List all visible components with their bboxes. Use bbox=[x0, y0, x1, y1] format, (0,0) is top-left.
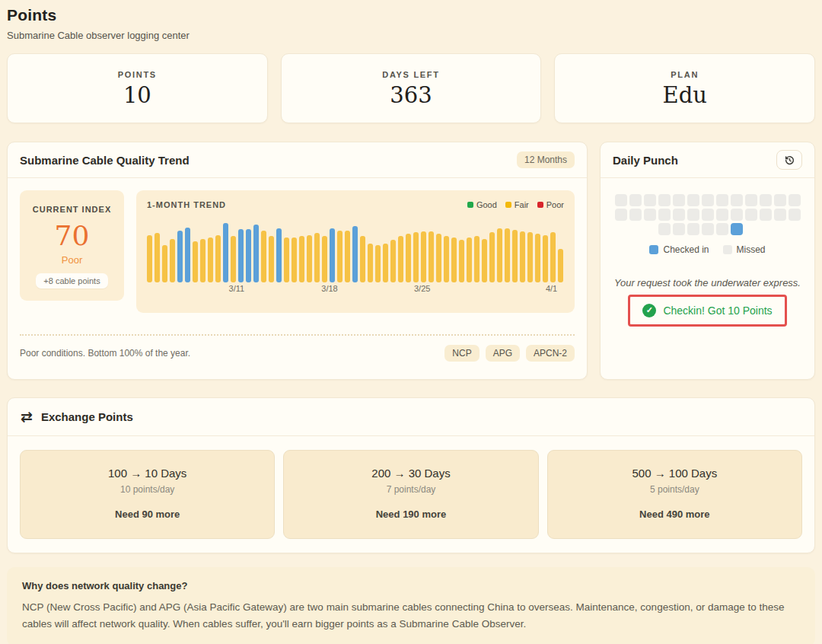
punch-cell-checked bbox=[731, 223, 743, 235]
punch-cell-missed bbox=[629, 209, 642, 221]
cable-badge-apg: APG bbox=[486, 345, 520, 362]
offer-need: Need 90 more bbox=[21, 509, 274, 520]
punch-cell-missed bbox=[658, 209, 671, 221]
punch-cell-missed bbox=[745, 209, 757, 221]
punch-cell-missed bbox=[658, 194, 671, 206]
punch-cell-missed bbox=[687, 223, 699, 235]
trend-bar bbox=[459, 240, 464, 282]
info-body: NCP (New Cross Pacific) and APG (Asia Pa… bbox=[22, 599, 800, 633]
x-tick-label: 3/11 bbox=[229, 284, 245, 293]
checkin-status-text: Checkin! Got 10 Points bbox=[663, 304, 772, 317]
trend-bar bbox=[292, 238, 297, 282]
punch-cell-missed bbox=[673, 194, 685, 206]
offer-title: 500 → 100 Days bbox=[548, 467, 801, 480]
trend-bar bbox=[497, 228, 502, 282]
stat-value: 10 bbox=[123, 84, 151, 107]
trend-bar bbox=[436, 234, 441, 282]
offer-rate: 10 points/day bbox=[21, 484, 274, 495]
trend-bar bbox=[527, 232, 533, 282]
cable-badge-ncp: NCP bbox=[444, 345, 479, 362]
trend-bar bbox=[398, 236, 403, 282]
checkin-button-annotated[interactable]: ✓ Checkin! Got 10 Points bbox=[628, 295, 786, 327]
trend-bar bbox=[390, 240, 396, 282]
trend-bar bbox=[429, 231, 434, 282]
current-index-value: 70 bbox=[55, 222, 90, 250]
trend-bar bbox=[360, 236, 365, 283]
trend-bar bbox=[185, 228, 190, 282]
punch-legend-label: Missed bbox=[737, 244, 766, 255]
page-title: Points bbox=[7, 6, 815, 24]
trend-bar bbox=[238, 229, 244, 282]
exchange-points-card: ⇄ Exchange Points 100 → 10 Days10 points… bbox=[7, 397, 815, 553]
trend-bar bbox=[444, 236, 449, 282]
trend-bar bbox=[383, 244, 388, 282]
punch-message: Your request took the underwater express… bbox=[614, 276, 801, 291]
chart-x-axis: 3/113/183/254/1 bbox=[147, 284, 564, 298]
main-row: Submarine Cable Quality Trend 12 Months … bbox=[7, 142, 815, 380]
trend-bar bbox=[482, 239, 487, 282]
trend-bar bbox=[421, 231, 426, 282]
trend-bar bbox=[177, 231, 183, 282]
punch-legend-missed: Missed bbox=[723, 244, 766, 255]
punch-cell-missed bbox=[731, 194, 743, 206]
trend-bar bbox=[413, 232, 419, 282]
punch-cell-missed bbox=[745, 194, 757, 206]
punch-cell-missed bbox=[687, 194, 699, 206]
legend-item-good: Good bbox=[467, 200, 497, 209]
legend-item-poor: Poor bbox=[537, 200, 564, 209]
legend-swatch-good bbox=[467, 202, 473, 208]
trend-bar bbox=[352, 226, 358, 282]
current-index-status: Poor bbox=[62, 254, 82, 266]
punch-cell-missed bbox=[774, 209, 786, 221]
trend-bar bbox=[543, 235, 548, 282]
x-tick-label: 4/1 bbox=[546, 284, 557, 293]
trend-chart-panel: 1-MONTH TREND GoodFairPoor 3/113/183/254… bbox=[136, 190, 575, 313]
trend-bar bbox=[345, 231, 350, 282]
punch-cell-missed bbox=[760, 209, 772, 221]
trend-bar bbox=[200, 239, 206, 282]
trend-card-header: Submarine Cable Quality Trend 12 Months bbox=[8, 142, 587, 178]
punch-cell-missed bbox=[716, 223, 728, 235]
trend-bar bbox=[269, 236, 274, 283]
punch-row bbox=[615, 209, 801, 221]
punch-legend-label: Checked in bbox=[663, 244, 709, 255]
punch-cell-missed bbox=[687, 209, 699, 221]
stat-value: 363 bbox=[390, 84, 432, 107]
trend-bar bbox=[330, 228, 335, 282]
daily-punch-card: Daily Punch Checked inMissed Your reques… bbox=[600, 142, 815, 380]
punch-cell-missed bbox=[702, 209, 714, 221]
history-icon bbox=[784, 155, 795, 166]
trend-bar bbox=[208, 238, 213, 282]
punch-cell-missed bbox=[629, 194, 642, 206]
trend-footer-note: Poor conditions. Bottom 100% of the year… bbox=[20, 348, 190, 359]
punch-cell-missed bbox=[716, 209, 728, 221]
trend-card-title: Submarine Cable Quality Trend bbox=[20, 154, 190, 167]
trend-bar bbox=[406, 234, 411, 282]
punch-body: Checked inMissed Your request took the u… bbox=[601, 178, 814, 327]
exchange-offer-3[interactable]: 500 → 100 Days5 points/dayNeed 490 more bbox=[547, 450, 802, 539]
trend-bar bbox=[512, 230, 518, 282]
exchange-offer-1[interactable]: 100 → 10 Days10 points/dayNeed 90 more bbox=[20, 450, 275, 539]
offer-need: Need 490 more bbox=[548, 509, 801, 520]
trend-bar bbox=[520, 231, 525, 282]
punch-cell-missed bbox=[702, 223, 714, 235]
offer-rate: 7 points/day bbox=[284, 484, 537, 495]
trend-bar bbox=[215, 235, 221, 282]
trend-bar bbox=[535, 234, 540, 282]
exchange-offer-2[interactable]: 200 → 30 Days7 points/dayNeed 190 more bbox=[283, 450, 538, 539]
legend-item-fair: Fair bbox=[505, 200, 529, 209]
legend-label: Poor bbox=[546, 200, 564, 209]
trend-bar bbox=[375, 245, 381, 282]
stat-value: Edu bbox=[662, 84, 706, 107]
trend-bar bbox=[505, 228, 510, 282]
trend-bar bbox=[451, 238, 457, 282]
punch-cell-missed bbox=[702, 194, 714, 206]
punch-cell-missed bbox=[615, 194, 627, 206]
chart-legend: GoodFairPoor bbox=[467, 200, 564, 209]
punch-history-button[interactable] bbox=[776, 150, 802, 170]
trend-bar bbox=[489, 232, 495, 282]
cable-badges: NCPAPGAPCN-2 bbox=[444, 345, 575, 362]
trend-bar bbox=[170, 239, 175, 282]
punch-cell-missed bbox=[716, 194, 728, 206]
punch-cell-missed bbox=[789, 194, 801, 206]
